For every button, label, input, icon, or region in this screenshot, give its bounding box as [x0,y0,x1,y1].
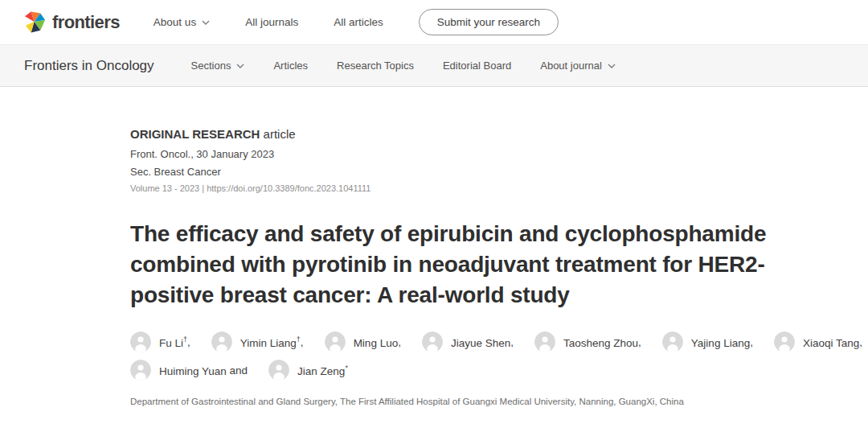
author-separator: , [510,336,514,348]
author-name: Jian Zeng* [297,364,348,377]
author-row: Fu Li†, Yimin Liang†, Ming Luo, Jiayue S… [130,331,812,352]
author-chip[interactable]: Taosheng Zhou, [534,331,641,352]
author-chip[interactable]: Jiayue Shen, [422,331,514,352]
nav-all-articles[interactable]: All articles [334,16,383,28]
avatar [422,331,443,352]
author-name: Xiaoqi Tang [803,335,859,349]
author-chip[interactable]: Yimin Liang†, [211,331,304,352]
article-type-label: ORIGINAL RESEARCH [130,127,260,141]
nav-about-us[interactable]: About us [154,16,210,28]
author-separator: , [750,336,753,348]
submit-research-button[interactable]: Submit your research [419,9,559,35]
journal-nav-articles[interactable]: Articles [273,60,308,72]
top-nav-links: About us All journals All articles Submi… [154,9,559,35]
author-chip[interactable]: Jian Zeng* [268,360,348,381]
avatar [211,331,232,352]
author-separator: and [227,364,248,377]
affiliation-line: Department of Gastrointestinal and Gland… [130,397,812,406]
avatar [130,331,151,352]
brand-name: frontiers [52,12,120,33]
avatar [774,331,795,352]
frontiers-logo-icon [24,10,46,35]
article-section: Sec. Breast Cancer [130,166,812,178]
author-separator: , [301,336,304,348]
article-volume-doi: Volume 13 - 2023 | https://doi.org/10.33… [130,183,812,193]
avatar [325,331,346,352]
author-chip[interactable]: Fu Li†, [130,331,190,352]
chevron-down-icon [202,20,210,25]
author-separator: , [638,336,641,348]
nav-about-us-label: About us [154,16,196,28]
journal-navigation: Frontiers in Oncology Sections Articles … [0,44,868,87]
author-list: Fu Li†, Yimin Liang†, Ming Luo, Jiayue S… [130,331,812,381]
author-name: Ming Luo [354,335,399,349]
author-name: Taosheng Zhou [563,335,638,349]
article-type: ORIGINAL RESEARCH article [130,127,812,141]
top-navigation: frontiers About us All journals All arti… [0,0,868,44]
journal-nav-research-topics[interactable]: Research Topics [337,60,414,72]
journal-nav-about-label: About journal [540,60,602,72]
avatar [268,360,289,381]
author-separator: , [187,336,190,348]
author-name: Yimin Liang† [240,335,301,349]
article-title: The efficacy and safety of epirubicin an… [130,219,809,311]
nav-all-journals[interactable]: All journals [245,16,298,28]
article-header: ORIGINAL RESEARCH article Front. Oncol.,… [0,87,812,406]
author-chip[interactable]: Yajing Liang, [662,331,753,352]
frontiers-logo[interactable]: frontiers [24,10,120,35]
chevron-down-icon [608,64,616,68]
journal-nav-links: Sections Articles Research Topics Editor… [191,60,616,72]
author-chip[interactable]: Huiming Yuan and [130,360,248,381]
avatar [130,360,151,381]
avatar [534,331,555,352]
chevron-down-icon [236,64,244,68]
author-name: Yajing Liang [691,335,750,349]
author-separator: , [398,336,401,348]
author-name: Huiming Yuan [159,364,227,377]
author-chip[interactable]: Xiaoqi Tang, [774,331,862,352]
journal-nav-sections[interactable]: Sections [191,60,245,72]
author-chip[interactable]: Ming Luo, [325,331,401,352]
journal-nav-editorial-board[interactable]: Editorial Board [443,60,511,72]
author-name: Fu Li† [159,335,187,349]
journal-title[interactable]: Frontiers in Oncology [24,58,154,74]
journal-nav-sections-label: Sections [191,60,231,72]
avatar [662,331,683,352]
author-row: Huiming Yuan and Jian Zeng* [130,360,812,381]
author-name: Jiayue Shen [451,335,510,349]
article-citation: Front. Oncol., 30 January 2023 [130,148,812,160]
author-separator: , [859,336,862,348]
article-type-suffix: article [264,127,296,141]
journal-nav-about-journal[interactable]: About journal [540,60,616,72]
